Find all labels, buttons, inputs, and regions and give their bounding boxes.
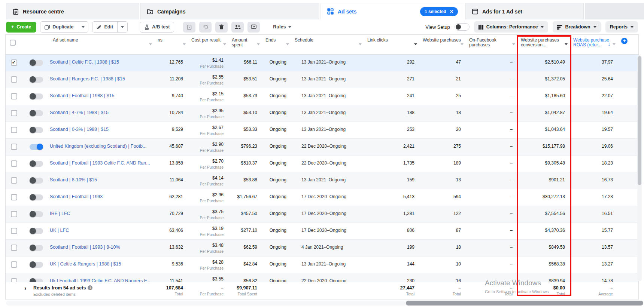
table-row[interactable]: Scotland | Football | 1988 | $15 9,740 $… (6, 88, 638, 105)
table-row[interactable]: Scotland | Football | 1993 62,281 $2.96P… (6, 189, 638, 206)
ad-set-active-toggle[interactable] (30, 262, 43, 268)
row-checkbox[interactable] (11, 144, 17, 150)
row-checkbox[interactable] (11, 160, 17, 167)
ad-set-name-link[interactable]: Scotland | Rangers F.C. | 1988 | $15 (50, 76, 125, 82)
ad-set-name-link[interactable]: Scotland | Football | 1993 | 8-10% (50, 245, 120, 250)
column-header-schedule[interactable]: Schedule (292, 35, 364, 54)
table-row[interactable]: Scotland | 0-3% | 1988 | $15 9,529 $2.67… (6, 122, 638, 139)
cell-cost-per-result: $1.41Per Purchase (188, 55, 229, 71)
horizontal-scrollbar-thumb[interactable] (406, 301, 643, 306)
reports-button[interactable]: Reports (605, 21, 638, 33)
table-row[interactable]: Scotland | 8-10% | $15 11,064 $4.14Per P… (6, 172, 638, 189)
vertical-scrollbar-thumb[interactable] (638, 56, 641, 185)
ad-set-name-link[interactable]: UK | LFC (50, 228, 69, 233)
column-header-ad-set-name[interactable]: Ad set name (50, 35, 155, 54)
column-header-impressions[interactable]: ns (155, 35, 188, 54)
column-header-roas[interactable]: Website purchase ROAS (retur...↓ (570, 35, 618, 54)
tab-resource-centre[interactable]: Resource centre (6, 3, 139, 19)
column-header-conversion-value[interactable]: Website purchases conversion... (518, 35, 570, 54)
audience-button[interactable] (231, 22, 244, 33)
row-checkbox[interactable] (11, 110, 17, 116)
column-header-link-clicks[interactable]: Link clicks (364, 35, 420, 54)
rules-button[interactable]: Rules (269, 22, 295, 33)
ad-set-active-toggle[interactable] (30, 279, 43, 282)
table-row[interactable]: Uk | Football | 1993 Celtic F.C. AND Ran… (6, 273, 638, 282)
ad-set-active-toggle[interactable] (30, 77, 43, 83)
tab-ad-sets[interactable]: Ad sets 1 selected ✕ (321, 3, 464, 19)
footer-link-clicks: 27,447Total (364, 282, 420, 300)
table-row[interactable]: Scotland | Celtic F.C. | 1988 | $15 12,7… (6, 55, 638, 71)
ad-set-active-toggle[interactable] (30, 110, 43, 116)
row-checkbox[interactable] (11, 177, 17, 184)
duplicate-dropdown[interactable] (78, 22, 88, 32)
column-header-ends[interactable]: Ends (262, 35, 292, 54)
select-all-checkbox[interactable] (10, 40, 16, 46)
breakdown-button[interactable]: Breakdown (553, 21, 601, 33)
delete-button[interactable] (215, 22, 228, 33)
row-checkbox[interactable] (11, 211, 17, 217)
ad-set-name-link[interactable]: Scotland | 8-10% | $15 (50, 177, 97, 182)
row-checkbox[interactable] (11, 127, 17, 133)
column-header-on-facebook-purchases[interactable]: On-Facebook purchases (466, 35, 518, 54)
ad-set-active-toggle[interactable] (30, 245, 43, 251)
duplicate-button[interactable]: Duplicate (40, 22, 78, 32)
tab-ads[interactable]: Ads for 1 Ad set (465, 3, 584, 19)
ad-set-name-link[interactable]: UK | Celtic & Rangers | 1988 | $15 (50, 261, 121, 267)
row-checkbox[interactable] (11, 228, 17, 234)
add-column-icon[interactable]: + (621, 38, 628, 44)
horizontal-scrollbar[interactable] (6, 301, 643, 306)
ad-set-active-toggle[interactable] (30, 144, 43, 150)
row-checkbox[interactable] (11, 278, 17, 282)
vertical-scrollbar[interactable] (637, 55, 642, 281)
create-button[interactable]: + Create (6, 22, 36, 33)
clear-selection-icon[interactable]: ✕ (450, 9, 453, 14)
ab-test-button[interactable]: A/B test (140, 22, 174, 33)
ad-set-name-link[interactable]: Scotland | Celtic F.C. | 1988 | $15 (50, 59, 119, 65)
ad-set-active-toggle[interactable] (30, 178, 43, 184)
edit-dropdown[interactable] (117, 22, 127, 32)
row-checkbox[interactable] (11, 194, 17, 200)
ad-set-active-toggle[interactable] (30, 161, 43, 167)
ad-set-active-toggle[interactable] (30, 127, 43, 133)
view-setup-toggle[interactable] (455, 23, 470, 31)
column-header-cost-per-result[interactable]: Cost per result (188, 35, 229, 54)
column-header-website-purchases[interactable]: Website purchases (420, 35, 466, 54)
table-row[interactable]: Scotland | 4-7% | 1988 | $15 10,784 $2.9… (6, 105, 638, 122)
table-row[interactable]: Scotland | Football | 1993 Celtic F.C. A… (6, 156, 638, 172)
row-checkbox[interactable] (11, 59, 17, 66)
ad-set-active-toggle[interactable] (30, 211, 43, 217)
table-row[interactable]: United Kingdom (excluding Scotland) | Fo… (6, 139, 638, 156)
row-checkbox[interactable] (11, 261, 17, 268)
tab-campaigns[interactable]: Campaigns (140, 3, 319, 19)
ad-set-name-link[interactable]: Scotland | Football | 1988 | $15 (50, 93, 114, 98)
feedback-button[interactable] (247, 22, 260, 33)
row-checkbox[interactable] (11, 93, 17, 99)
table-row[interactable]: UK | LFC 63,406 $3.19Per Purchase $277.1… (6, 223, 638, 240)
ad-set-name-link[interactable]: Scotland | Football | 1993 Celtic F.C. A… (50, 160, 150, 166)
table-row[interactable]: IRE | LFC 70,729 $3.75Per Purchase $457.… (6, 206, 638, 223)
table-row[interactable]: Scotland | Rangers F.C. | 1988 | $15 11,… (6, 71, 638, 88)
table-row[interactable]: Scotland | Football | 1993 | 8-10% 13,63… (6, 240, 638, 257)
column-header-amount-spent[interactable]: Amount spent (229, 35, 262, 54)
ad-set-name-link[interactable]: Scotland | 0-3% | 1988 | $15 (50, 127, 109, 132)
ad-set-name-link[interactable]: IRE | LFC (50, 211, 70, 216)
info-icon[interactable]: i (88, 285, 92, 290)
selected-count-badge[interactable]: 1 selected ✕ (420, 7, 458, 16)
ad-set-name-link[interactable]: Scotland | Football | 1993 (50, 194, 103, 199)
columns-button[interactable]: Columns: Performance (474, 21, 549, 33)
edit-button[interactable]: Edit (92, 22, 118, 32)
ad-set-active-toggle[interactable] (30, 93, 43, 99)
ad-set-active-toggle[interactable] (30, 228, 43, 234)
pin-button[interactable] (183, 22, 195, 33)
row-checkbox[interactable] (11, 76, 17, 83)
ad-set-active-toggle[interactable] (30, 60, 43, 66)
table-row[interactable]: UK | Celtic & Rangers | 1988 | $15 9,536… (6, 257, 638, 273)
ad-set-name-link[interactable]: Scotland | 4-7% | 1988 | $15 (50, 110, 109, 115)
cell-ad-set-name: UK | Celtic & Rangers | 1988 | $15 (50, 257, 155, 273)
ad-set-name-link[interactable]: United Kingdom (excluding Scotland) | Fo… (50, 144, 146, 149)
ad-set-active-toggle[interactable] (30, 194, 43, 200)
expand-chevron-icon[interactable]: › (24, 285, 26, 292)
row-checkbox[interactable] (11, 245, 17, 251)
undo-button[interactable] (199, 22, 212, 33)
ad-set-name-link[interactable]: Uk | Football | 1993 Celtic F.C. AND Ran… (50, 278, 150, 282)
